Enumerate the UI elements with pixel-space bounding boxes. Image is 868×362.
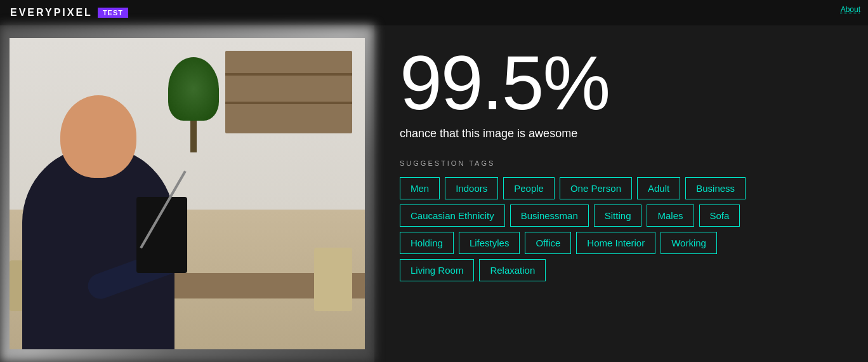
tag-item[interactable]: Lifestyles xyxy=(459,232,520,254)
tag-item[interactable]: Men xyxy=(400,177,440,199)
tag-item[interactable]: Office xyxy=(525,232,571,254)
tag-item[interactable]: Working xyxy=(661,232,717,254)
tags-row-3: Living RoomRelaxation xyxy=(400,259,843,281)
tag-item[interactable]: Living Room xyxy=(400,259,474,281)
score-subtitle: chance that this image is awesome xyxy=(400,127,843,140)
img-head xyxy=(60,95,136,178)
tag-item[interactable]: One Person xyxy=(560,177,632,199)
tag-item[interactable]: Home Interior xyxy=(576,232,655,254)
logo-badge: TEST xyxy=(98,8,128,18)
tags-row-0: MenIndoorsPeopleOne PersonAdultBusiness xyxy=(400,177,843,199)
tags-row-2: HoldingLifestylesOfficeHome InteriorWork… xyxy=(400,232,843,254)
header: EVERYPIXEL TEST About xyxy=(0,0,868,25)
tag-item[interactable]: Business xyxy=(685,177,746,199)
main-content: 99.5% chance that this image is awesome … xyxy=(0,25,868,362)
about-link[interactable]: About xyxy=(841,5,860,14)
tag-item[interactable]: Businessman xyxy=(510,204,589,227)
logo-text: EVERYPIXEL xyxy=(10,7,93,18)
img-plant xyxy=(168,57,219,152)
tag-item[interactable]: Relaxation xyxy=(479,259,546,281)
tag-item[interactable]: People xyxy=(503,177,555,199)
image-content xyxy=(10,38,365,349)
tag-item[interactable]: Indoors xyxy=(445,177,498,199)
tag-item[interactable]: Holding xyxy=(400,232,454,254)
content-area: 99.5% chance that this image is awesome … xyxy=(374,25,868,362)
tags-container: MenIndoorsPeopleOne PersonAdultBusinessC… xyxy=(400,177,843,281)
main-image xyxy=(10,38,365,349)
tag-item[interactable]: Sitting xyxy=(594,204,642,227)
image-area xyxy=(0,25,374,362)
img-chair xyxy=(314,248,352,311)
tags-row-1: Caucasian EthnicityBusinessmanSittingMal… xyxy=(400,204,843,227)
tag-item[interactable]: Sofa xyxy=(699,204,740,227)
tag-item[interactable]: Caucasian Ethnicity xyxy=(400,204,505,227)
img-shelf xyxy=(225,51,352,133)
tag-item[interactable]: Adult xyxy=(637,177,680,199)
suggestion-label: SUGGESTION TAGS xyxy=(400,159,843,167)
score-value: 99.5% xyxy=(400,44,843,121)
tag-item[interactable]: Males xyxy=(647,204,694,227)
logo: EVERYPIXEL TEST xyxy=(10,7,128,18)
